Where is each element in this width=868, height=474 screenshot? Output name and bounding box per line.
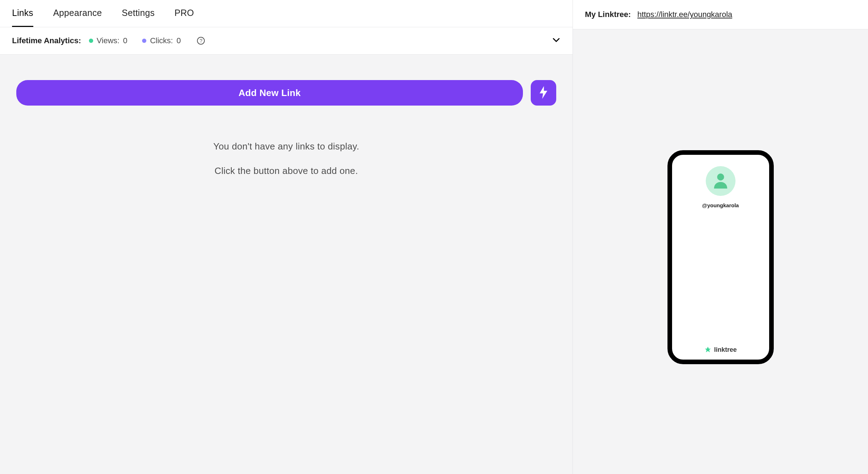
chevron-down-icon[interactable] (552, 36, 560, 46)
analytics-stats: Lifetime Analytics: Views: 0 Clicks: 0 ? (12, 36, 205, 45)
profile-handle: @youngkarola (702, 202, 739, 208)
my-linktree-label: My Linktree: (585, 10, 631, 19)
my-linktree-url[interactable]: https://linktr.ee/youngkarola (637, 10, 732, 19)
views-dot-icon (89, 39, 93, 43)
empty-line-1: You don't have any links to display. (16, 140, 556, 153)
analytics-bar: Lifetime Analytics: Views: 0 Clicks: 0 ? (0, 27, 573, 55)
linktree-logo-icon (704, 346, 712, 354)
views-value: 0 (123, 36, 127, 45)
tab-links[interactable]: Links (12, 8, 33, 27)
clicks-dot-icon (142, 39, 146, 43)
quick-add-button[interactable] (531, 80, 556, 106)
my-linktree-header: My Linktree: https://linktr.ee/youngkaro… (573, 0, 868, 29)
stat-clicks: Clicks: 0 (142, 36, 181, 45)
linktree-brand-text: linktree (714, 346, 737, 354)
phone-preview: @youngkarola linktree (667, 150, 774, 364)
tab-settings[interactable]: Settings (122, 8, 155, 27)
tabs-nav: Links Appearance Settings PRO (0, 0, 573, 27)
preview-area: @youngkarola linktree (573, 29, 868, 474)
main-panel: Links Appearance Settings PRO Lifetime A… (0, 0, 573, 474)
stat-views: Views: 0 (89, 36, 128, 45)
clicks-value: 0 (176, 36, 181, 45)
content-area: Add New Link You don't have any links to… (0, 55, 573, 192)
tab-appearance[interactable]: Appearance (53, 8, 102, 27)
tab-pro[interactable]: PRO (174, 8, 194, 27)
views-label: Views: (97, 36, 119, 45)
avatar (706, 166, 735, 196)
help-icon[interactable]: ? (197, 37, 205, 45)
clicks-label: Clicks: (150, 36, 173, 45)
side-panel: My Linktree: https://linktr.ee/youngkaro… (573, 0, 868, 474)
person-icon (711, 170, 731, 192)
phone-branding: linktree (672, 346, 769, 354)
add-new-link-button[interactable]: Add New Link (16, 80, 523, 106)
app-root: Links Appearance Settings PRO Lifetime A… (0, 0, 868, 474)
empty-state: You don't have any links to display. Cli… (16, 140, 556, 178)
action-row: Add New Link (16, 80, 556, 106)
lightning-icon (538, 86, 549, 100)
empty-line-2: Click the button above to add one. (16, 164, 556, 178)
svg-point-0 (717, 173, 724, 180)
analytics-title: Lifetime Analytics: (12, 36, 81, 45)
